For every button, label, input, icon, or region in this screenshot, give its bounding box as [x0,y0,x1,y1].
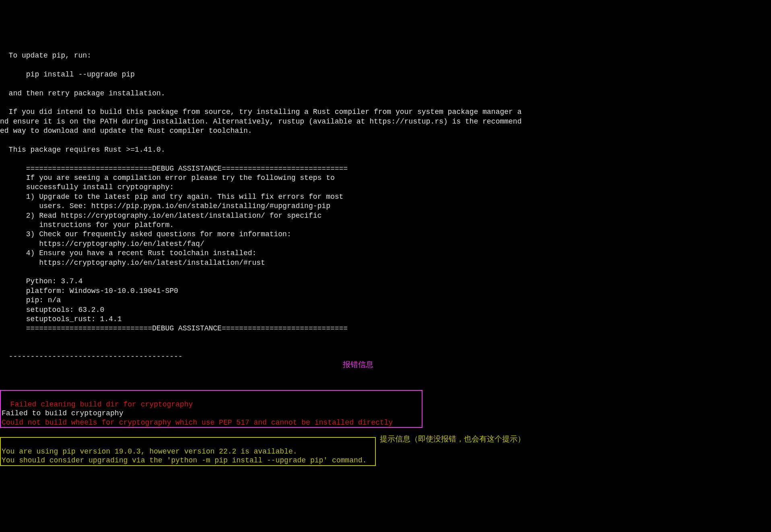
terminal-line: Python: 3.7.4 [0,277,82,285]
error-annotation-label: 报错信息 [343,360,373,370]
terminal-line: ---------------------------------------- [0,353,183,361]
terminal-line: ed way to download and update the Rust c… [0,127,252,135]
terminal-line: 2) Read https://cryptography.io/en/lates… [0,212,322,220]
hint-message-box: You are using pip version 19.0.3, howeve… [0,437,376,466]
terminal-line: setuptools: 63.2.0 [0,306,104,314]
terminal-line: To update pip, run: [0,52,91,60]
terminal-line: 3) Check our frequently asked questions … [0,230,291,238]
terminal-line: and then retry package installation. [0,89,165,97]
terminal-line: This package requires Rust >=1.41.0. [0,146,165,154]
terminal-line: setuptools_rust: 1.4.1 [0,315,122,323]
terminal-output: To update pip, run: pip install --upgrad… [0,38,771,362]
terminal-line: successfully install cryptography: [0,183,174,191]
terminal-line: =============================DEBUG ASSIS… [0,324,348,332]
terminal-line: =============================DEBUG ASSIS… [0,165,348,173]
terminal-line: If you are seeing a compilation error pl… [0,174,335,182]
terminal-line: https://cryptography.io/en/latest/instal… [0,259,265,267]
error-line: Failed cleaning build dir for cryptograp… [2,400,193,408]
error-message-box: Failed cleaning build dir for cryptograp… [0,390,423,428]
terminal-line: users. See: https://pip.pypa.io/en/stabl… [0,202,330,210]
terminal-line: 4) Ensure you have a recent Rust toolcha… [0,249,256,257]
hint-line: You should consider upgrading via the 'p… [2,456,367,464]
terminal-line: instructions for your platform. [0,221,174,229]
terminal-line: nd ensure it is on the PATH during insta… [0,118,522,126]
terminal-line: https://cryptography.io/en/latest/faq/ [0,240,204,248]
terminal-line: platform: Windows-10-10.0.19041-SP0 [0,287,178,295]
error-line: Could not build wheels for cryptography … [2,419,393,427]
terminal-line: If you did intend to build this package … [0,108,522,116]
terminal-line: pip install --upgrade pip [0,70,135,78]
error-line: Failed to build cryptography [2,409,123,417]
terminal-line: pip: n/a [0,296,61,304]
hint-line: You are using pip version 19.0.3, howeve… [2,447,297,456]
hint-annotation-label: 提示信息（即使没报错，也会有这个提示） [380,434,525,444]
terminal-line: 1) Upgrade to the latest pip and try aga… [0,193,343,201]
